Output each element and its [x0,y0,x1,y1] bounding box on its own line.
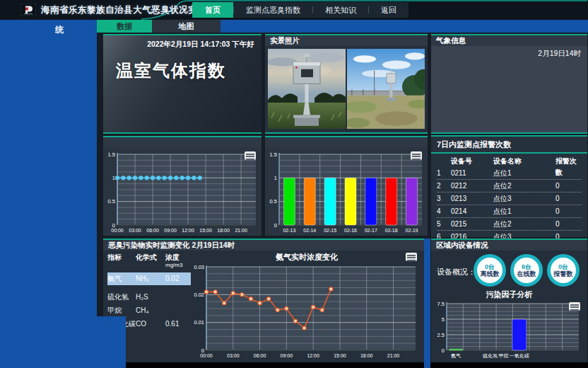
table-cell: 点位2 [493,218,555,230]
table-cell: 0211 [451,167,493,179]
table-cell: 点位3 [493,192,555,205]
svg-text:1.5: 1.5 [108,151,115,158]
gas-index-trend-svg: 00.511.500:0003:0006:0009:0012:0015:0018… [103,147,261,236]
svg-text:21:00: 21:00 [387,353,400,358]
svg-text:氨气: 氨气 [451,353,461,358]
svg-text:一氧化碳: 一氧化碳 [510,353,529,359]
datetime-text: 2022年2月19日 14:17:03 下午好 [146,40,256,50]
table-cell: 点位1 [493,167,555,179]
svg-text:7.5: 7.5 [437,301,445,307]
svg-text:1: 1 [274,175,277,181]
daily-index-bars-chart: 00.511.502-1302-1402-1502-1602-1702-1802… [265,147,428,236]
odor-row: 氨气NH₃0.02 [107,272,191,285]
chart-menu-icon[interactable] [569,302,580,311]
logo [20,4,36,16]
online-count-badge: 6台 在线数 [510,254,543,287]
svg-text:0.01: 0.01 [194,319,204,326]
svg-text:03:00: 03:00 [129,228,141,233]
nav-item-back[interactable]: 返回 [369,2,408,18]
svg-text:0.03: 0.03 [194,264,204,270]
table-cell: 0212 [451,180,493,192]
dashboard: 海南省乐东黎族自治县大气恶臭状况实时发布系 首页 监测点恶臭指数 相关知识 返回… [0,0,588,368]
gas-index-trend-panel: 00.511.500:0003:0006:0009:0012:0015:0018… [103,136,261,236]
svg-text:09:00: 09:00 [281,353,293,358]
svg-text:0: 0 [274,222,277,229]
tab-data[interactable]: 数据 [97,20,152,33]
station-photo-2 [347,49,425,129]
svg-text:15:00: 15:00 [334,353,346,358]
svg-text:18:00: 18:00 [217,228,230,233]
table-cell: 0 [555,218,582,230]
nav-item-odor-index[interactable]: 监测点恶臭指数 [234,2,312,18]
table-row: 30213点位30 [437,192,582,205]
table-cell: 2 [437,180,451,192]
background-patch [97,316,126,368]
ammonia-chart-title: 氨气实时浓度变化 [191,252,423,263]
station-photo-1 [268,49,346,129]
ammonia-trend-chart: 00.010.020.0300:0003:0006:0009:0012:0015… [191,263,423,361]
svg-text:0: 0 [442,347,445,354]
tab-map[interactable]: 地图 [152,20,220,33]
chart-menu-icon[interactable] [406,253,417,261]
photo-strip [268,49,425,129]
weather-body: 2月19日14时 [431,46,587,132]
odor-cell-value [165,305,191,316]
nav-item-knowledge[interactable]: 相关知识 [313,2,368,18]
svg-text:02-18: 02-18 [385,228,398,233]
panel-header [265,137,428,147]
svg-text:1: 1 [112,175,115,181]
alarm-count-badge: 0台 报警数 [547,254,580,287]
chart-menu-icon[interactable] [411,151,422,160]
svg-text:00:00: 00:00 [111,228,124,233]
table-cell: 0 [555,167,582,179]
table-cell: 0213 [451,192,493,205]
svg-text:03:00: 03:00 [227,353,240,358]
table-cell: 0 [555,205,582,217]
svg-text:甲烷: 甲烷 [498,353,508,359]
svg-text:02-14: 02-14 [303,228,316,233]
odor-cell-formula: NH₃ [136,272,165,285]
odor-cell-formula: H₂S [136,292,165,303]
odor-row: 硫化氢H₂S [107,292,191,303]
table-cell: 5 [437,218,451,230]
table-cell: 0215 [451,218,493,230]
svg-text:02-15: 02-15 [324,228,336,233]
svg-text:21:00: 21:00 [235,228,247,233]
svg-text:12:00: 12:00 [307,353,319,358]
chart-menu-icon[interactable] [245,151,256,160]
svg-text:1.5: 1.5 [270,151,277,158]
device-status-panel: 区域内设备情况 设备概况： 0台 离线数 6台 在线数 0台 报警数 污染因子分… [431,238,587,362]
panel-header [103,137,261,147]
nav-item-home[interactable]: 首页 [192,2,233,18]
table-cell: 1 [437,167,451,179]
svg-text:0.02: 0.02 [194,292,204,298]
table-row: 40214点位10 [437,205,582,218]
svg-text:2.5: 2.5 [437,332,445,338]
odor-cell-name: 硫化氢 [107,292,136,303]
greenhouse-gas-title: 温室气体指数 [116,59,226,82]
tab-strip: 数据 地图 [97,20,588,33]
odor-table-header: 指标 化学式 浓度 mg/m3 [107,253,191,268]
sidebar: 统 [0,20,97,368]
table-cell: 0214 [451,205,493,217]
app-title-overflow: 统 [55,24,64,36]
svg-text:0.5: 0.5 [108,198,115,205]
weather-timestamp: 2月19日14时 [538,49,581,59]
pollution-factor-title: 污染因子分析 [431,289,587,300]
top-bar: 海南省乐东黎族自治县大气恶臭状况实时发布系 首页 监测点恶臭指数 相关知识 返回 [0,0,588,20]
svg-text:硫化氢: 硫化氢 [482,353,498,359]
device-overview-label: 设备概况： [437,267,476,277]
table-cell: 点位1 [493,205,555,217]
daily-index-bars-svg: 00.511.502-1302-1402-1502-1602-1702-1802… [265,147,428,236]
ammonia-trend-block: 氨气实时浓度变化 00.010.020.0300:0003:0006:0009:… [191,251,423,361]
greenhouse-gas-panel: 2022年2月19日 14:17:03 下午好 温室气体指数 [103,34,261,134]
weather-panel: 气象信息 2月19日14时 [431,34,587,134]
table-row: 10211点位10 [437,167,582,180]
odor-cell-value: 0.61 [165,318,191,330]
offline-count-badge: 0台 离线数 [474,254,506,287]
odor-cell-name: 甲烷 [107,305,136,316]
odor-cell-formula: CO [136,318,165,330]
alarm-table-header: 设备号 设备名称 报警次数 [437,156,582,167]
device-panel-title: 区域内设备情况 [431,240,587,251]
logo-icon [20,4,36,16]
